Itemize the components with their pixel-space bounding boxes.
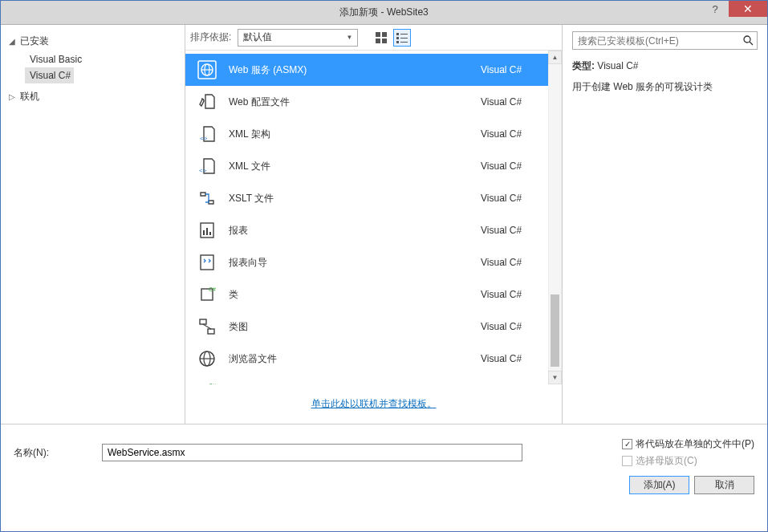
grid-icon	[376, 32, 387, 43]
template-name: 报表向导	[229, 256, 481, 270]
checkbox-checked-icon[interactable]: ✓	[622, 439, 632, 449]
svg-rect-19	[209, 232, 211, 235]
scroll-track[interactable]	[548, 64, 562, 371]
tree-online[interactable]: ▷ 联机	[1, 87, 185, 107]
sort-value: 默认值	[243, 30, 272, 44]
view-grid-button[interactable]	[372, 29, 390, 47]
svg-text:<>: <>	[199, 167, 207, 174]
dialog-buttons: 添加(A) 取消	[14, 476, 754, 494]
window-title: 添加新项 - WebSite3	[1, 6, 767, 19]
close-button[interactable]: ✕	[729, 1, 767, 17]
cancel-button[interactable]: 取消	[694, 476, 754, 494]
center-panel: 排序依据: 默认值 ▼ Web 服务 (ASMX)Visual C#Web 配置…	[185, 25, 563, 424]
scrollbar[interactable]: ▲ ▼	[548, 51, 562, 384]
template-type: Visual C#	[481, 96, 537, 108]
options-group: ✓ 将代码放在单独的文件中(P) 选择母版页(C)	[622, 436, 754, 469]
right-panel: 类型: Visual C# 用于创建 Web 服务的可视设计类	[563, 25, 767, 424]
svg-rect-9	[400, 42, 408, 43]
help-button[interactable]: ?	[701, 1, 729, 17]
template-name: Web 服务 (ASMX)	[229, 63, 481, 77]
template-item[interactable]: Web 服务 (ASMX)Visual C#	[185, 54, 548, 86]
template-name: 类图	[229, 320, 481, 334]
browser-icon	[197, 348, 217, 369]
template-item[interactable]: <>XML 文件Visual C#	[185, 150, 548, 182]
template-type: Visual C#	[481, 193, 537, 204]
main-content: ◢ 已安装 Visual Basic Visual C# ▷ 联机 排序依据: …	[1, 25, 767, 424]
center-toolbar: 排序依据: 默认值 ▼	[185, 25, 562, 51]
svg-rect-24	[208, 329, 214, 334]
template-item[interactable]: C#启用了 Silverlight 的 WCF 服务Visual C#	[185, 375, 548, 384]
template-item[interactable]: C#类Visual C#	[185, 278, 548, 311]
template-item[interactable]: XSLT 文件Visual C#	[185, 182, 548, 214]
report-icon	[197, 220, 217, 241]
svg-rect-4	[396, 33, 399, 35]
add-button[interactable]: 添加(A)	[629, 476, 689, 494]
view-list-button[interactable]	[393, 29, 411, 47]
svg-point-33	[744, 36, 750, 43]
svg-rect-7	[400, 38, 408, 39]
template-item[interactable]: <>XML 架构Visual C#	[185, 118, 548, 150]
template-name: 浏览器文件	[229, 352, 481, 366]
checkbox-unchecked-icon	[622, 456, 632, 466]
scroll-up-icon[interactable]: ▲	[548, 51, 562, 64]
svg-rect-18	[206, 228, 208, 235]
search-box[interactable]	[572, 31, 758, 50]
svg-rect-5	[400, 34, 408, 35]
svg-rect-20	[201, 255, 213, 270]
sort-dropdown[interactable]: 默认值 ▼	[238, 29, 358, 47]
template-item[interactable]: 报表向导Visual C#	[185, 246, 548, 278]
wrench-doc-icon	[197, 91, 217, 112]
template-name: Web 配置文件	[229, 95, 481, 109]
globe-icon	[197, 59, 217, 80]
center-footer: 单击此处以联机并查找模板。	[185, 384, 562, 424]
search-input[interactable]	[573, 35, 739, 47]
template-item[interactable]: 浏览器文件Visual C#	[185, 343, 548, 375]
tree-item-csharp[interactable]: Visual C#	[25, 67, 74, 83]
template-type: Visual C#	[481, 321, 537, 332]
template-name: XML 文件	[229, 160, 481, 173]
class-diagram-icon	[197, 316, 217, 337]
bottom-panel: 名称(N): ✓ 将代码放在单独的文件中(P) 选择母版页(C) 添加(A) 取…	[1, 424, 767, 502]
detail-type: 类型: Visual C#	[572, 59, 758, 73]
report-wizard-icon	[197, 252, 217, 273]
tree-installed[interactable]: ◢ 已安装	[1, 31, 185, 51]
tree-installed-label: 已安装	[20, 35, 49, 48]
name-input[interactable]	[102, 444, 522, 461]
svg-rect-1	[382, 32, 387, 37]
svg-rect-3	[382, 39, 387, 43]
opt-separate-file[interactable]: ✓ 将代码放在单独的文件中(P)	[622, 436, 754, 453]
template-item[interactable]: Web 配置文件Visual C#	[185, 86, 548, 118]
xml-doc-icon: <>	[197, 156, 217, 177]
svg-line-34	[750, 42, 753, 45]
template-item[interactable]: 报表Visual C#	[185, 214, 548, 246]
svg-text:<>: <>	[200, 135, 208, 142]
detail-description: 用于创建 Web 服务的可视设计类	[572, 79, 758, 94]
class-icon: C#	[197, 284, 217, 305]
template-name: 类	[229, 288, 481, 302]
xslt-icon	[197, 188, 217, 209]
template-item[interactable]: 类图Visual C#	[185, 311, 548, 343]
svg-rect-6	[396, 37, 399, 39]
template-name: XML 架构	[229, 128, 481, 141]
online-search-link[interactable]: 单击此处以联机并查找模板。	[311, 398, 437, 409]
name-label: 名称(N):	[14, 446, 102, 460]
svg-rect-8	[396, 41, 399, 43]
svg-rect-17	[203, 230, 205, 235]
template-name: 启用了 Silverlight 的 WCF 服务	[229, 384, 481, 385]
template-name: XSLT 文件	[229, 192, 481, 205]
gear-cs-icon: C#	[197, 380, 217, 384]
chevron-right-icon: ▷	[9, 92, 18, 101]
titlebar: 添加新项 - WebSite3 ? ✕	[1, 1, 767, 25]
tree-item-vb[interactable]: Visual Basic	[25, 51, 185, 67]
template-type: Visual C#	[481, 257, 537, 268]
scroll-down-icon[interactable]: ▼	[548, 371, 562, 384]
search-icon[interactable]	[739, 35, 757, 46]
view-buttons	[372, 29, 411, 47]
chevron-down-icon: ◢	[9, 37, 18, 46]
svg-text:C#: C#	[209, 383, 216, 384]
list-icon	[396, 32, 408, 43]
scroll-thumb[interactable]	[551, 294, 559, 367]
template-type: Visual C#	[481, 160, 537, 172]
name-row: 名称(N): ✓ 将代码放在单独的文件中(P) 选择母版页(C)	[14, 436, 754, 469]
template-name: 报表	[229, 224, 481, 238]
